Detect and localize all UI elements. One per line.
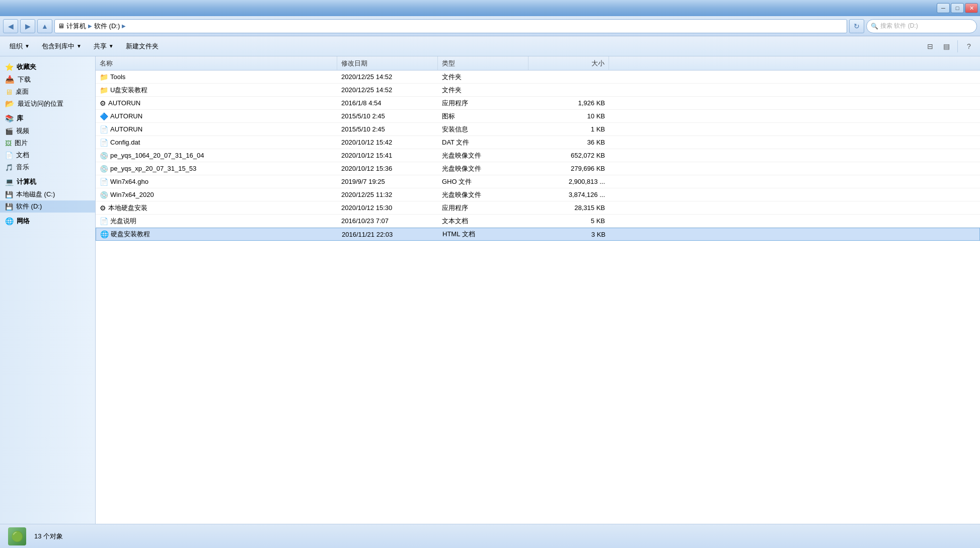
forward-button[interactable]: ▶ bbox=[20, 19, 35, 33]
file-type: 安装信息 bbox=[438, 123, 529, 135]
include-library-label: 包含到库中 bbox=[42, 42, 74, 51]
sidebar-header-favorites[interactable]: ⭐ 收藏夹 bbox=[0, 60, 95, 74]
file-name: Tools bbox=[110, 73, 125, 81]
file-size bbox=[529, 84, 609, 96]
file-icon: 📄 bbox=[100, 217, 108, 225]
computer-icon: 💻 bbox=[5, 178, 14, 186]
library-icon: 📚 bbox=[5, 114, 14, 122]
statusbar: 🟢 13 个对象 bbox=[0, 524, 980, 548]
sidebar-header-network[interactable]: 🌐 网络 bbox=[0, 215, 95, 228]
sidebar-item-desktop[interactable]: 🖥 桌面 bbox=[0, 86, 95, 98]
sidebar-desktop-label: 桌面 bbox=[16, 87, 29, 96]
file-icon: 📄 bbox=[100, 178, 108, 186]
table-row[interactable]: 💿 Win7x64_2020 2020/12/25 11:32 光盘映像文件 3… bbox=[96, 188, 980, 201]
help-button[interactable]: ? bbox=[962, 39, 976, 53]
sidebar-header-computer[interactable]: 💻 计算机 bbox=[0, 175, 95, 188]
up-button[interactable]: ▲ bbox=[37, 19, 52, 33]
file-type: 应用程序 bbox=[438, 201, 529, 214]
col-header-date[interactable]: 修改日期 bbox=[337, 56, 438, 70]
table-row[interactable]: 📄 光盘说明 2016/10/23 7:07 文本文档 5 KB bbox=[96, 215, 980, 228]
desktop-icon: 🖥 bbox=[5, 88, 13, 96]
file-date: 2015/5/10 2:45 bbox=[337, 110, 438, 122]
table-row[interactable]: 📁 U盘安装教程 2020/12/25 14:52 文件夹 bbox=[96, 84, 980, 97]
refresh-button[interactable]: ↻ bbox=[849, 19, 864, 33]
breadcrumb-item-software[interactable]: 软件 (D:) bbox=[94, 22, 120, 31]
sidebar-doc-label: 文档 bbox=[16, 151, 29, 160]
table-row[interactable]: 📄 AUTORUN 2015/5/10 2:45 安装信息 1 KB bbox=[96, 123, 980, 136]
include-library-button[interactable]: 包含到库中 ▼ bbox=[36, 39, 87, 54]
table-row[interactable]: 💿 pe_yqs_1064_20_07_31_16_04 2020/10/12 … bbox=[96, 149, 980, 162]
table-row[interactable]: 💿 pe_yqs_xp_20_07_31_15_53 2020/10/12 15… bbox=[96, 162, 980, 175]
table-row[interactable]: ⚙ AUTORUN 2016/1/8 4:54 应用程序 1,926 KB bbox=[96, 97, 980, 110]
titlebar: ─ □ ✕ bbox=[0, 0, 980, 16]
share-label: 共享 bbox=[94, 42, 107, 51]
video-icon: 🎬 bbox=[5, 127, 13, 135]
file-date: 2020/12/25 14:52 bbox=[337, 71, 438, 83]
folder-icon: 📥 bbox=[5, 75, 15, 84]
sidebar-item-image[interactable]: 🖼 图片 bbox=[0, 137, 95, 149]
file-type: 文件夹 bbox=[438, 84, 529, 96]
sidebar-item-download[interactable]: 📥 下载 bbox=[0, 74, 95, 86]
sidebar-item-software-d[interactable]: 💾 软件 (D:) bbox=[0, 200, 95, 213]
file-size bbox=[529, 71, 609, 83]
new-folder-button[interactable]: 新建文件夹 bbox=[120, 39, 164, 54]
sidebar-item-local-c[interactable]: 💾 本地磁盘 (C:) bbox=[0, 188, 95, 200]
sidebar-item-recent[interactable]: 📂 最近访问的位置 bbox=[0, 98, 95, 110]
table-row[interactable]: 📄 Config.dat 2020/10/12 15:42 DAT 文件 36 … bbox=[96, 136, 980, 149]
sidebar-section-computer: 💻 计算机 💾 本地磁盘 (C:) 💾 软件 (D:) bbox=[0, 175, 95, 213]
sidebar-item-video[interactable]: 🎬 视频 bbox=[0, 125, 95, 137]
table-row[interactable]: 📁 Tools 2020/12/25 14:52 文件夹 bbox=[96, 71, 980, 84]
minimize-button[interactable]: ─ bbox=[937, 3, 950, 13]
file-size: 10 KB bbox=[529, 110, 609, 122]
sidebar-music-label: 音乐 bbox=[16, 163, 29, 172]
file-size: 2,900,813 ... bbox=[529, 175, 609, 188]
breadcrumb-arrow-2: ▶ bbox=[122, 23, 126, 29]
table-row[interactable]: 📄 Win7x64.gho 2019/9/7 19:25 GHO 文件 2,90… bbox=[96, 175, 980, 188]
file-icon: 🔷 bbox=[100, 112, 108, 120]
sidebar-network-label: 网络 bbox=[17, 217, 30, 226]
col-header-size[interactable]: 大小 bbox=[529, 56, 609, 70]
share-button[interactable]: 共享 ▼ bbox=[88, 39, 119, 54]
sidebar-header-library[interactable]: 📚 库 bbox=[0, 112, 95, 125]
organize-button[interactable]: 组织 ▼ bbox=[4, 39, 35, 54]
organize-label: 组织 bbox=[10, 42, 23, 51]
close-button[interactable]: ✕ bbox=[965, 3, 978, 13]
breadcrumb[interactable]: 🖥 计算机 ▶ 软件 (D:) ▶ bbox=[54, 19, 847, 33]
table-row[interactable]: 🔷 AUTORUN 2015/5/10 2:45 图标 10 KB bbox=[96, 110, 980, 123]
search-bar: 🔍 搜索 软件 (D:) bbox=[866, 19, 977, 33]
file-type: DAT 文件 bbox=[438, 136, 529, 149]
sidebar-item-music[interactable]: 🎵 音乐 bbox=[0, 161, 95, 173]
breadcrumb-icon: 🖥 bbox=[58, 22, 64, 30]
file-size: 3,874,126 ... bbox=[529, 188, 609, 201]
col-header-name[interactable]: 名称 bbox=[96, 56, 337, 70]
toolbar: 组织 ▼ 包含到库中 ▼ 共享 ▼ 新建文件夹 ⊟ ▤ ? bbox=[0, 36, 980, 56]
sidebar-section-favorites: ⭐ 收藏夹 📥 下载 🖥 桌面 📂 最近访问的位置 bbox=[0, 60, 95, 110]
view-options-button[interactable]: ⊟ bbox=[923, 39, 937, 53]
filelist: 名称 修改日期 类型 大小 📁 Tools 2020/12/25 14:52 文… bbox=[96, 56, 980, 524]
sidebar-item-doc[interactable]: 📄 文档 bbox=[0, 149, 95, 161]
toolbar-right: ⊟ ▤ ? bbox=[923, 39, 976, 53]
file-date: 2019/9/7 19:25 bbox=[337, 175, 438, 188]
breadcrumb-item-computer[interactable]: 计算机 bbox=[66, 22, 86, 31]
file-type: 文本文档 bbox=[438, 215, 529, 227]
sidebar-local-c-label: 本地磁盘 (C:) bbox=[16, 190, 55, 199]
file-name: U盘安装教程 bbox=[110, 86, 147, 95]
sidebar-software-d-label: 软件 (D:) bbox=[16, 202, 42, 211]
maximize-button[interactable]: □ bbox=[951, 3, 964, 13]
search-placeholder: 搜索 软件 (D:) bbox=[880, 22, 918, 30]
table-row[interactable]: 🌐 硬盘安装教程 2016/11/21 22:03 HTML 文档 3 KB bbox=[96, 228, 980, 241]
view-toggle-button[interactable]: ▤ bbox=[939, 39, 953, 53]
file-name: pe_yqs_1064_20_07_31_16_04 bbox=[110, 152, 204, 159]
addressbar: ◀ ▶ ▲ 🖥 计算机 ▶ 软件 (D:) ▶ ↻ 🔍 搜索 软件 (D:) bbox=[0, 16, 980, 36]
table-row[interactable]: ⚙ 本地硬盘安装 2020/10/12 15:30 应用程序 28,315 KB bbox=[96, 201, 980, 215]
col-header-type[interactable]: 类型 bbox=[438, 56, 529, 70]
file-size: 1 KB bbox=[529, 123, 609, 135]
file-size: 28,315 KB bbox=[529, 201, 609, 214]
share-arrow-icon: ▼ bbox=[109, 43, 114, 49]
sidebar-video-label: 视频 bbox=[16, 126, 29, 135]
back-button[interactable]: ◀ bbox=[3, 19, 18, 33]
image-icon: 🖼 bbox=[5, 140, 12, 147]
file-icon: 📄 bbox=[100, 139, 108, 147]
sidebar-computer-label: 计算机 bbox=[17, 177, 36, 186]
file-icon: 📁 bbox=[100, 86, 108, 94]
